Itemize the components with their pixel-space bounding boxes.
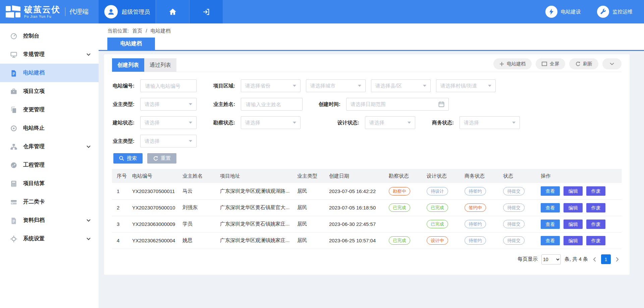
business-status-select[interactable]: 请选择 [460, 116, 520, 129]
current-user-button[interactable]: 超级管理员 [99, 0, 156, 23]
sidebar-item-change-management[interactable]: 变更管理 [0, 101, 99, 119]
prev-page-button[interactable] [592, 257, 597, 262]
sidebar-item-label: 电站建档 [23, 69, 45, 76]
survey-status-select[interactable]: 请选择 [241, 116, 301, 129]
province-select[interactable]: 请选择省份 [241, 79, 301, 92]
cell-station-no: YX2023062500004 [129, 232, 180, 249]
refresh-button[interactable]: 刷新 [569, 58, 598, 69]
cell-address: 广东深圳龙华区黄石镇星官大... [217, 199, 294, 216]
brand-logo: 破茧云伏 Po Jian Yun Fu 代理端 [0, 0, 99, 23]
edition-label: 代理端 [69, 7, 89, 16]
void-button[interactable]: 作废 [586, 203, 605, 212]
tab-create-list[interactable]: 创建列表 [112, 58, 144, 72]
filter-row-4: 业主类型: 请选择 [113, 135, 622, 147]
sidebar-item-engineering-management[interactable]: 工程管理 [0, 156, 99, 174]
owner-type-select[interactable]: 请选择 [140, 98, 197, 111]
edit-button[interactable]: 编辑 [564, 186, 583, 196]
cell-owner-type: 居民 [294, 199, 326, 216]
void-button[interactable]: 作废 [586, 220, 605, 229]
monitor-icon [10, 51, 17, 58]
breadcrumb-home-link[interactable]: 首页 [132, 28, 142, 34]
list-tabs: 创建列表 通过列表 [112, 58, 176, 72]
owner-name-label: 业主姓名: [213, 101, 238, 108]
breadcrumb: 当前位置: 首页 / 电站建档 [107, 28, 644, 34]
plus-icon [499, 62, 504, 66]
province-placeholder: 请选择省份 [245, 83, 270, 89]
owner-type2-select[interactable]: 请选择 [140, 135, 197, 147]
col-status: 状态 [500, 169, 538, 183]
reset-button[interactable]: 重置 [147, 153, 176, 164]
sidebar-item-console[interactable]: 控制台 [0, 27, 99, 45]
search-icon [119, 156, 124, 161]
tab-passed-list[interactable]: 通过列表 [144, 58, 176, 72]
caret-down-icon [512, 122, 516, 124]
current-page-button[interactable]: 1 [601, 254, 611, 264]
brand-name: 破茧云伏 [24, 5, 60, 14]
search-button[interactable]: 搜索 [113, 153, 143, 164]
collapse-toolbar-button[interactable] [602, 58, 622, 69]
status-badge: 待提交 [503, 203, 525, 212]
design-status-placeholder: 请选择 [369, 120, 384, 126]
business-status-badge: 待签约 [465, 236, 486, 245]
region-label: 项目区域: [213, 83, 238, 89]
home-button[interactable] [156, 0, 189, 23]
page-tab-station-archive[interactable]: 电站建档 [107, 38, 155, 50]
edit-button[interactable]: 编辑 [564, 220, 583, 229]
nav-station-build[interactable]: 电站建设 [545, 6, 581, 18]
business-status-badge: 待签约 [465, 187, 486, 195]
edit-button[interactable]: 编辑 [564, 236, 583, 245]
fullscreen-button[interactable]: 全屏 [536, 58, 565, 69]
town-select[interactable]: 请选择村镇/街道 [436, 79, 496, 92]
sidebar-item-project-settlement[interactable]: 项目结算 [0, 174, 99, 193]
view-button[interactable]: 查看 [541, 203, 560, 212]
owner-name-input[interactable] [245, 101, 298, 108]
build-status-select[interactable]: 请选择 [140, 116, 197, 129]
cell-owner-name: 马云 [180, 183, 217, 199]
station-no-label: 电站编号: [113, 83, 138, 89]
sidebar-item-project-initiation[interactable]: 项目立项 [0, 82, 99, 101]
create-station-button[interactable]: 电站建档 [493, 58, 532, 69]
status-badge: 待提交 [503, 236, 525, 245]
sidebar-item-data-archive[interactable]: 资料归档 [0, 211, 99, 230]
city-select[interactable]: 请选择城市 [306, 79, 366, 92]
sidebar-item-station-termination[interactable]: 电站终止 [0, 119, 99, 137]
survey-status-badge: 勘察中 [389, 187, 410, 195]
sidebar-item-open-type2-card[interactable]: 开二类卡 [0, 193, 99, 211]
station-no-input[interactable] [145, 83, 192, 89]
void-button[interactable]: 作废 [586, 186, 605, 196]
page-body: 创建列表 通过列表 电站建档 [99, 51, 644, 308]
sidebar-item-general-management[interactable]: 常规管理 [0, 45, 99, 64]
view-button[interactable]: 查看 [541, 186, 560, 196]
per-page-select[interactable]: 10 [541, 254, 561, 264]
build-status-label: 建站状态: [113, 120, 138, 126]
table-row: 2 YX2023070500010 刘强东 广东深圳龙华区黄石镇星官大... 居… [112, 199, 622, 216]
sidebar-item-system-settings[interactable]: 系统设置 [0, 230, 99, 248]
build-status-placeholder: 请选择 [145, 120, 160, 126]
per-page-label: 每页显示 [518, 256, 538, 262]
sidebar-item-label: 控制台 [23, 33, 39, 40]
void-button[interactable]: 作废 [586, 236, 605, 245]
sidebar-item-station-archive[interactable]: 电站建档 [0, 64, 99, 82]
caret-down-icon [293, 85, 296, 87]
reset-label: 重置 [161, 155, 171, 162]
next-page-button[interactable] [614, 257, 620, 262]
logout-button[interactable] [189, 0, 223, 23]
create-time-range-picker[interactable]: 请选择日期范围 [346, 98, 449, 111]
view-button[interactable]: 查看 [541, 236, 560, 245]
cell-owner-type: 居民 [294, 216, 326, 232]
edit-button[interactable]: 编辑 [564, 203, 583, 212]
top-header: 破茧云伏 Po Jian Yun Fu 代理端 超级管理员 [0, 0, 644, 23]
sidebar-item-warehouse-management[interactable]: 仓库管理 [0, 137, 99, 156]
district-select[interactable]: 请选择县/区 [371, 79, 431, 92]
design-status-select[interactable]: 请选择 [365, 116, 415, 129]
document-icon [10, 69, 17, 77]
view-button[interactable]: 查看 [541, 220, 560, 229]
header-nav: 电站建设 监控运维 [545, 0, 633, 23]
cell-address: 广东深圳龙华区观澜镇姚家庄... [217, 232, 294, 249]
station-archive-card: 创建列表 通过列表 电站建档 [104, 54, 630, 275]
filter-buttons: 搜索 重置 [113, 153, 622, 164]
caret-down-icon [408, 122, 411, 124]
chevron-down-icon [87, 53, 91, 56]
cell-station-no: YX2023070500011 [129, 183, 180, 199]
nav-monitor-ops[interactable]: 监控运维 [597, 6, 633, 18]
